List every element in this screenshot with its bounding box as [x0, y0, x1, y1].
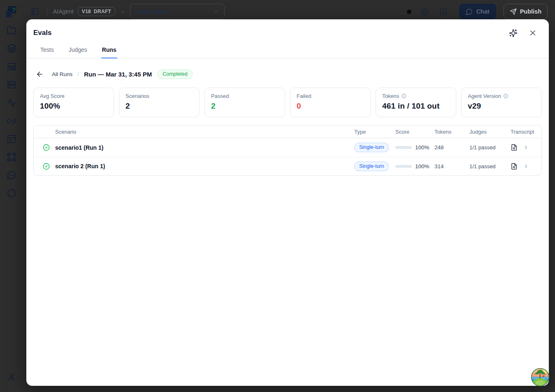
scenarios-table: Scenario Type Score Tokens Judges Transc…	[33, 125, 542, 176]
draft-label: DRAFT	[94, 9, 111, 14]
check-circle-icon	[34, 162, 52, 170]
column-header-judges: Judges	[469, 129, 511, 135]
check-circle-icon	[34, 144, 52, 151]
version-label: V18	[82, 9, 91, 14]
message-dots-icon[interactable]	[4, 168, 19, 183]
stat-label: Agent Version	[468, 93, 501, 99]
stat-value: 2	[211, 102, 279, 111]
activity-icon[interactable]	[4, 95, 19, 110]
table-row[interactable]: scenario 2 (Run 1) Single-turn 100% 314 …	[34, 157, 541, 175]
modal-body: All Runs / Run — Mar 31, 3:45 PM Complet…	[26, 58, 549, 386]
score-cell: 100%	[395, 163, 434, 169]
frame-icon[interactable]	[4, 150, 19, 165]
chevron-right-icon[interactable]	[523, 163, 529, 169]
score-label: 100%	[415, 163, 430, 169]
score-bar	[395, 146, 412, 149]
stats-row: Avg Score 100% Scenarios 2 Passed 2 Fail…	[33, 88, 542, 117]
score-bar	[395, 165, 412, 168]
tokens-value: 314	[434, 163, 469, 169]
chevron-right-icon[interactable]	[523, 144, 529, 151]
breadcrumb-separator: /	[77, 71, 79, 77]
sparkles-icon[interactable]	[509, 28, 518, 37]
table-row[interactable]: scenario1 (Run 1) Single-turn 100% 248 1…	[34, 138, 541, 157]
stat-card-failed: Failed 0	[290, 88, 371, 117]
gear-icon[interactable]	[419, 6, 430, 17]
publish-button[interactable]: Publish	[504, 4, 548, 19]
island-badge-icon[interactable]	[531, 368, 550, 387]
stat-card-scenarios: Scenarios 2	[119, 88, 200, 117]
sidebar	[0, 23, 23, 392]
file-text-icon[interactable]	[511, 144, 518, 151]
info-icon[interactable]	[401, 93, 406, 99]
stat-value: 461 in / 101 out	[382, 102, 450, 111]
stat-label: Failed	[297, 93, 311, 99]
judges-value: 1/1 passed	[469, 163, 511, 169]
tab-judges[interactable]: Judges	[68, 43, 88, 58]
evals-modal: Evals Tests Judges Runs	[26, 19, 549, 386]
run-title: Run — Mar 31, 3:45 PM	[84, 71, 152, 78]
chat-button[interactable]: Chat	[459, 4, 496, 19]
stat-card-tokens: Tokens 461 in / 101 out	[376, 88, 456, 117]
stat-label: Avg Score	[40, 93, 65, 99]
topbar-divider	[47, 7, 47, 16]
app-logo-icon[interactable]	[0, 0, 23, 23]
table-icon[interactable]	[4, 132, 19, 146]
stat-value: 100%	[40, 102, 107, 111]
column-header-scenario: Scenario	[52, 129, 354, 135]
stat-value: 2	[125, 102, 193, 111]
chat-bubble-icon	[466, 8, 473, 15]
status-dot[interactable]	[407, 9, 411, 14]
column-header-score: Score	[395, 129, 434, 135]
score-label: 100%	[415, 144, 430, 151]
type-badge: Single-turn	[354, 143, 389, 152]
stat-card-avg-score: Avg Score 100%	[33, 88, 114, 117]
folder-icon[interactable]	[4, 23, 19, 38]
agent-selector-value: chat1 agent	[136, 8, 170, 15]
arrow-left-icon	[36, 70, 44, 78]
link-icon[interactable]	[4, 114, 19, 128]
dashboard-icon[interactable]	[4, 59, 19, 74]
stat-label: Passed	[211, 93, 229, 99]
publish-button-label: Publish	[520, 8, 541, 15]
breadcrumb-separator: >	[121, 9, 124, 15]
file-text-icon[interactable]	[511, 163, 518, 170]
panel-toggle-icon[interactable]	[29, 5, 41, 18]
judges-value: 1/1 passed	[469, 144, 511, 151]
chat-button-label: Chat	[476, 8, 489, 15]
user-icon[interactable]	[4, 370, 19, 385]
type-badge: Single-turn	[354, 162, 389, 171]
tokens-value: 248	[434, 144, 469, 151]
column-header-type: Type	[354, 129, 395, 135]
stat-value: v29	[468, 102, 535, 111]
stat-label: Scenarios	[125, 93, 149, 99]
stat-card-passed: Passed 2	[204, 88, 285, 117]
tab-runs[interactable]: Runs	[101, 43, 117, 58]
stat-label: Tokens	[382, 93, 399, 99]
run-nav: All Runs / Run — Mar 31, 3:45 PM Complet…	[33, 68, 542, 80]
score-cell: 100%	[395, 144, 434, 151]
breadcrumb-all-runs[interactable]: All Runs	[52, 71, 72, 77]
agent-selector-dropdown[interactable]: chat1 agent	[130, 4, 225, 19]
console-icon[interactable]	[438, 6, 449, 17]
stat-value: 0	[297, 102, 364, 111]
chevron-down-icon	[213, 8, 219, 15]
stat-card-agent-version: Agent Version v29	[461, 88, 542, 117]
modal-title: Evals	[33, 29, 51, 37]
close-icon[interactable]	[528, 28, 537, 37]
server-icon[interactable]	[4, 77, 19, 92]
info-icon[interactable]	[503, 93, 509, 99]
circle-icon[interactable]	[4, 186, 19, 201]
send-icon	[510, 8, 517, 15]
tabs: Tests Judges Runs	[26, 43, 549, 58]
tab-tests[interactable]: Tests	[39, 43, 55, 58]
modal-header: Evals	[26, 19, 549, 43]
table-header-row: Scenario Type Score Tokens Judges Transc…	[34, 125, 541, 138]
layers-icon[interactable]	[4, 41, 19, 56]
column-header-transcript: Transcript	[511, 129, 541, 135]
app-name[interactable]: AIAgent	[53, 8, 74, 15]
back-button[interactable]	[33, 68, 46, 80]
scenario-name: scenario 2 (Run 1)	[52, 163, 354, 169]
scenario-name: scenario1 (Run 1)	[52, 144, 354, 151]
version-badge[interactable]: V18 DRAFT	[78, 7, 115, 16]
column-header-tokens: Tokens	[434, 129, 469, 135]
